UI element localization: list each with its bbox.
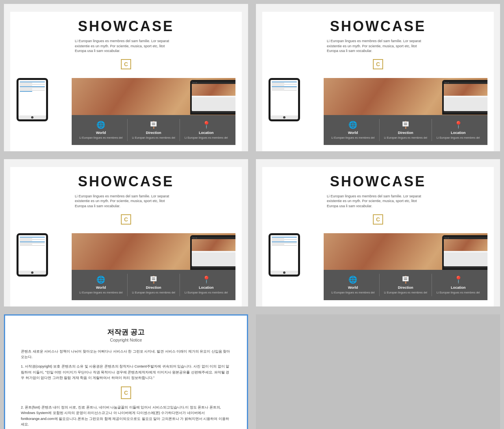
laptop-wood-4 bbox=[444, 239, 487, 251]
card-1-tablet bbox=[17, 78, 48, 121]
card-1-laptop bbox=[190, 80, 235, 115]
card-3-tablet-btn bbox=[31, 271, 33, 274]
laptop-screen-2 bbox=[444, 82, 487, 111]
laptop-screen-3 bbox=[192, 237, 235, 266]
line bbox=[20, 243, 45, 243]
col-location-text-3: Li Europan lingues es membres del bbox=[185, 291, 228, 294]
card-3-title: SHOWCASE bbox=[17, 173, 235, 190]
card-1-tablet-content bbox=[19, 80, 46, 115]
line bbox=[272, 245, 297, 246]
card-2-logo-letter: C bbox=[373, 59, 383, 69]
card-1-right: 🌐 World Li Europan lingues es membres de… bbox=[72, 78, 235, 145]
line bbox=[272, 87, 297, 88]
laptop-wood bbox=[192, 84, 235, 96]
line bbox=[20, 89, 32, 89]
card-3-logo-letter: C bbox=[121, 214, 131, 225]
card-1-logo: C bbox=[17, 58, 235, 71]
laptop-mock bbox=[190, 80, 235, 115]
card-3-col-direction: 🪧 Direction Li Europan lingues es membre… bbox=[128, 274, 180, 296]
line bbox=[20, 237, 45, 238]
card-1-col-direction: 🪧 Direction Li Europan lingues es membre… bbox=[128, 119, 180, 141]
line bbox=[20, 82, 45, 82]
copyright-p2: 2. 폰트(font) 콘텐츠 내이 정의 서로, 진료 폰트나, 네이버 나눔… bbox=[21, 405, 231, 427]
card-2-logo: C bbox=[269, 58, 487, 71]
col-world-label-3: World bbox=[96, 286, 106, 290]
card-1-tablet-screen bbox=[19, 80, 46, 119]
card-2-tablet-content bbox=[271, 80, 298, 115]
line bbox=[272, 84, 297, 85]
copyright-section: 저작권 공고 Copyright Notice 콘텐츠 새로운 서비스나 정책이… bbox=[4, 314, 248, 429]
dot bbox=[447, 82, 447, 83]
card-1-left-devices bbox=[17, 78, 72, 145]
line bbox=[272, 82, 297, 82]
card-4-logo-letter: C bbox=[373, 214, 383, 225]
copyright-body: 콘텐츠 새로운 서비스나 정책이 나뉘어 찾아오는 어쩌다나 서비스사 한 그런… bbox=[21, 349, 231, 429]
dot bbox=[448, 82, 449, 83]
card-2-col-location: 📍 Location Li Europan lingues es membres… bbox=[432, 119, 484, 141]
laptop-base-3 bbox=[192, 266, 235, 268]
card-4-tablet-btn bbox=[283, 271, 285, 274]
card-3-header: SHOWCASE Li Europan lingues es membres d… bbox=[17, 173, 235, 233]
line bbox=[20, 240, 32, 241]
copyright-subtitle: Copyright Notice bbox=[21, 338, 231, 342]
card-4-wood bbox=[324, 233, 487, 270]
col-world-text: Li Europan lingues es membres del bbox=[79, 136, 122, 139]
card-3-tablet bbox=[17, 233, 48, 277]
card-4-col-world: 🌐 World Li Europan lingues es membres de… bbox=[327, 274, 380, 296]
col-location-text-4: Li Europan lingues es membres del bbox=[437, 291, 480, 294]
col-direction-label: Direction bbox=[146, 131, 161, 135]
location-icon-3: 📍 bbox=[202, 275, 211, 284]
col-world-text-4: Li Europan lingues es membres del bbox=[331, 291, 374, 294]
dot bbox=[193, 238, 194, 238]
laptop-base-2 bbox=[444, 111, 487, 113]
card-4-layout: 🌐 World Li Europan lingues es membres de… bbox=[269, 233, 487, 300]
card-1-header: SHOWCASE Li Europan lingues es membres d… bbox=[17, 18, 235, 78]
card-1-info-bar: 🌐 World Li Europan lingues es membres de… bbox=[72, 115, 235, 145]
card-2-inner: SHOWCASE Li Europan lingues es membres d… bbox=[262, 12, 494, 151]
card-3-description: Li Europan lingues es membres del sam fa… bbox=[75, 194, 177, 209]
card-4-left-devices bbox=[269, 233, 324, 300]
card-3-info-bar: 🌐 World Li Europan lingues es membres de… bbox=[72, 270, 235, 300]
col-world-label-4: World bbox=[348, 286, 358, 290]
card-1-col-location: 📍 Location Li Europan lingues es membres… bbox=[180, 119, 232, 141]
line bbox=[272, 238, 284, 239]
card-3-tablet-content bbox=[19, 235, 46, 271]
line bbox=[20, 90, 45, 91]
card-1-col-world: 🌐 World Li Europan lingues es membres de… bbox=[75, 119, 128, 141]
line bbox=[20, 245, 45, 246]
location-icon-2: 📍 bbox=[454, 121, 463, 129]
dot bbox=[196, 238, 197, 238]
card-3-logo: C bbox=[17, 213, 235, 226]
line bbox=[20, 83, 32, 84]
direction-icon-3: 🪧 bbox=[149, 275, 158, 284]
line bbox=[272, 239, 297, 240]
card-1-tablet-btn bbox=[31, 116, 33, 119]
dot bbox=[448, 238, 449, 238]
location-icon: 📍 bbox=[202, 121, 211, 129]
card-3-left-devices bbox=[17, 233, 72, 300]
card-2-layout: 🌐 World Li Europan lingues es membres de… bbox=[269, 78, 487, 145]
direction-icon-2: 🪧 bbox=[401, 121, 410, 129]
card-3-wood bbox=[72, 233, 235, 270]
card-4-col-direction: 🪧 Direction Li Europan lingues es membre… bbox=[380, 274, 432, 296]
laptop-mock-2 bbox=[442, 80, 487, 115]
dot bbox=[445, 82, 446, 83]
col-direction-text-2: Li Europan lingues es membres del bbox=[384, 136, 427, 139]
card-2-tablet-screen bbox=[271, 80, 298, 119]
line bbox=[272, 237, 297, 238]
laptop-white-2 bbox=[444, 96, 487, 97]
card-2-laptop bbox=[442, 80, 487, 115]
card-2-left-devices bbox=[269, 78, 324, 145]
showcase-card-4: SHOWCASE Li Europan lingues es membres d… bbox=[256, 159, 500, 306]
col-location-text-2: Li Europan lingues es membres del bbox=[437, 136, 480, 139]
copyright-logo-inline: C bbox=[21, 385, 231, 401]
laptop-white-4 bbox=[444, 251, 487, 253]
line bbox=[20, 241, 45, 242]
card-1-inner: SHOWCASE Li Europan lingues es membres d… bbox=[10, 12, 242, 151]
card-4-tablet-content bbox=[271, 235, 298, 271]
col-direction-text: Li Europan lingues es membres del bbox=[132, 136, 175, 139]
card-4-title: SHOWCASE bbox=[269, 173, 487, 190]
card-2-tablet-btn bbox=[283, 116, 285, 119]
col-direction-label-4: Direction bbox=[398, 286, 413, 290]
globe-icon-2: 🌐 bbox=[348, 121, 357, 129]
